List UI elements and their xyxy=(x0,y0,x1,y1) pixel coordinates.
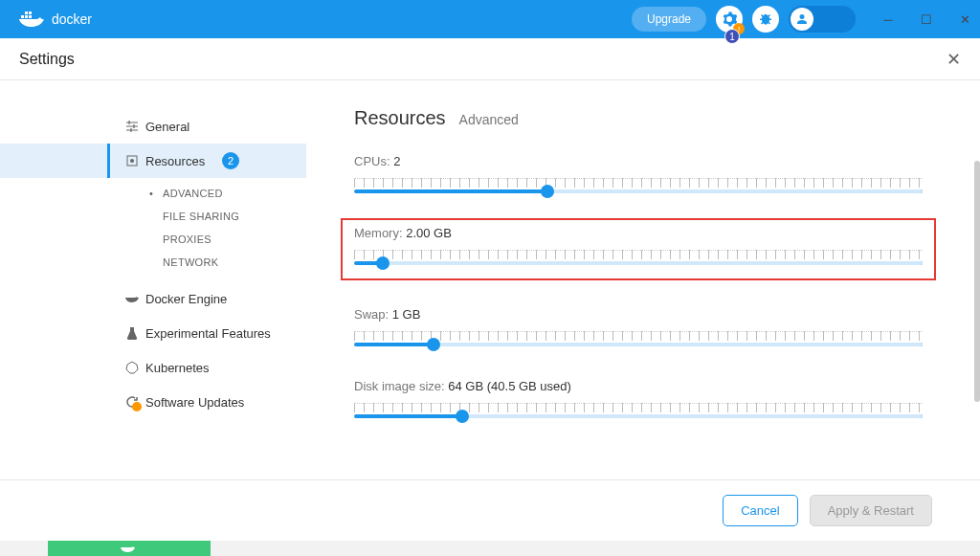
close-icon[interactable]: ✕ xyxy=(947,49,961,70)
cpus-slider-thumb[interactable] xyxy=(541,185,554,198)
cpus-slider-ticks xyxy=(354,178,923,188)
sidebar-item-label: General xyxy=(145,120,189,134)
resources-badge: 2 xyxy=(222,152,239,169)
sidebar-subitems: ADVANCED FILE SHARING PROXIES NETWORK xyxy=(0,178,306,281)
svg-rect-3 xyxy=(25,11,28,14)
scrollbar[interactable] xyxy=(974,161,980,402)
svg-rect-0 xyxy=(21,15,24,18)
resources-icon xyxy=(124,153,140,168)
sidebar: General Resources 2 ADVANCED FILE SHARIN… xyxy=(0,80,306,478)
main-header: Resources Advanced xyxy=(354,107,923,129)
maximize-button[interactable]: ☐ xyxy=(919,12,934,27)
account-button[interactable] xyxy=(789,6,856,33)
cpus-setting: CPUs: 2 xyxy=(354,154,923,193)
memory-highlight-box: Memory: 2.00 GB xyxy=(341,218,936,280)
disk-setting: Disk image size: 64 GB (40.5 GB used) xyxy=(354,379,923,418)
docker-whale-icon xyxy=(19,10,44,29)
close-window-button[interactable]: ✕ xyxy=(957,12,972,27)
flask-icon xyxy=(124,325,140,341)
memory-setting: Memory: 2.00 GB xyxy=(354,226,923,265)
disk-slider-thumb[interactable] xyxy=(456,410,469,423)
sidebar-item-label: Resources xyxy=(145,154,205,168)
swap-slider-thumb[interactable] xyxy=(427,338,440,351)
cpus-label: CPUs: 2 xyxy=(354,154,923,168)
sidebar-item-kubernetes[interactable]: Kubernetes xyxy=(0,350,306,385)
whale-status-icon xyxy=(121,543,138,554)
cpus-slider[interactable] xyxy=(354,189,923,193)
settings-title: Settings xyxy=(19,51,75,68)
bug-button[interactable] xyxy=(752,6,779,33)
svg-rect-1 xyxy=(25,15,28,18)
logo-area: docker xyxy=(19,10,92,29)
cancel-button[interactable]: Cancel xyxy=(723,495,797,526)
apply-restart-button[interactable]: Apply & Restart xyxy=(810,495,932,526)
sidebar-item-general[interactable]: General xyxy=(0,109,306,144)
whale-small-icon xyxy=(124,291,140,306)
avatar-icon xyxy=(791,8,813,31)
titlebar: docker Upgrade ! 1 ─ ☐ ✕ xyxy=(0,0,980,38)
settings-header: Settings ✕ xyxy=(0,38,980,80)
disk-slider-ticks xyxy=(354,403,923,412)
page-title: Resources xyxy=(354,107,446,129)
sidebar-item-experimental[interactable]: Experimental Features xyxy=(0,316,306,350)
svg-rect-4 xyxy=(29,11,32,14)
svg-point-6 xyxy=(130,159,134,163)
memory-label: Memory: 2.00 GB xyxy=(354,226,923,240)
sidebar-item-label: Docker Engine xyxy=(145,292,227,306)
sidebar-item-label: Kubernetes xyxy=(145,361,210,375)
memory-slider[interactable] xyxy=(354,261,923,265)
kubernetes-icon xyxy=(124,360,140,375)
settings-gear-button[interactable]: ! 1 xyxy=(716,6,743,33)
sliders-icon xyxy=(124,119,140,134)
bug-icon xyxy=(758,11,773,27)
window-controls: ─ ☐ ✕ xyxy=(880,12,972,27)
svg-marker-7 xyxy=(126,362,138,373)
status-running-indicator[interactable] xyxy=(48,541,211,556)
sidebar-item-resources[interactable]: Resources 2 xyxy=(0,144,306,178)
minimize-button[interactable]: ─ xyxy=(880,12,896,27)
sidebar-sub-filesharing[interactable]: FILE SHARING xyxy=(0,205,306,228)
footer: Cancel Apply & Restart xyxy=(0,479,980,541)
svg-rect-2 xyxy=(29,15,32,18)
page-subtitle: Advanced xyxy=(459,112,519,127)
swap-label: Swap: 1 GB xyxy=(354,307,923,322)
titlebar-right: Upgrade ! 1 ─ ☐ ✕ xyxy=(632,6,972,33)
memory-slider-ticks xyxy=(354,250,923,259)
sidebar-item-updates[interactable]: Software Updates xyxy=(0,385,306,419)
swap-slider-ticks xyxy=(354,331,923,341)
update-available-dot-icon xyxy=(132,402,142,411)
swap-slider[interactable] xyxy=(354,343,923,346)
sidebar-sub-proxies[interactable]: PROXIES xyxy=(0,228,306,251)
sidebar-sub-network[interactable]: NETWORK xyxy=(0,251,306,274)
main-panel: Resources Advanced CPUs: 2 Memory: 2.00 … xyxy=(306,80,980,478)
disk-slider[interactable] xyxy=(354,414,923,418)
content-area: General Resources 2 ADVANCED FILE SHARIN… xyxy=(0,80,980,478)
sidebar-item-docker-engine[interactable]: Docker Engine xyxy=(0,281,306,316)
logo-text: docker xyxy=(52,11,92,27)
sidebar-sub-advanced[interactable]: ADVANCED xyxy=(0,182,306,205)
bottom-status-bar xyxy=(0,541,980,556)
sidebar-item-label: Software Updates xyxy=(145,395,244,410)
upgrade-button[interactable]: Upgrade xyxy=(632,7,706,32)
disk-label: Disk image size: 64 GB (40.5 GB used) xyxy=(354,379,923,393)
sidebar-item-label: Experimental Features xyxy=(145,326,271,341)
memory-slider-thumb[interactable] xyxy=(376,256,390,270)
swap-setting: Swap: 1 GB xyxy=(354,307,923,346)
